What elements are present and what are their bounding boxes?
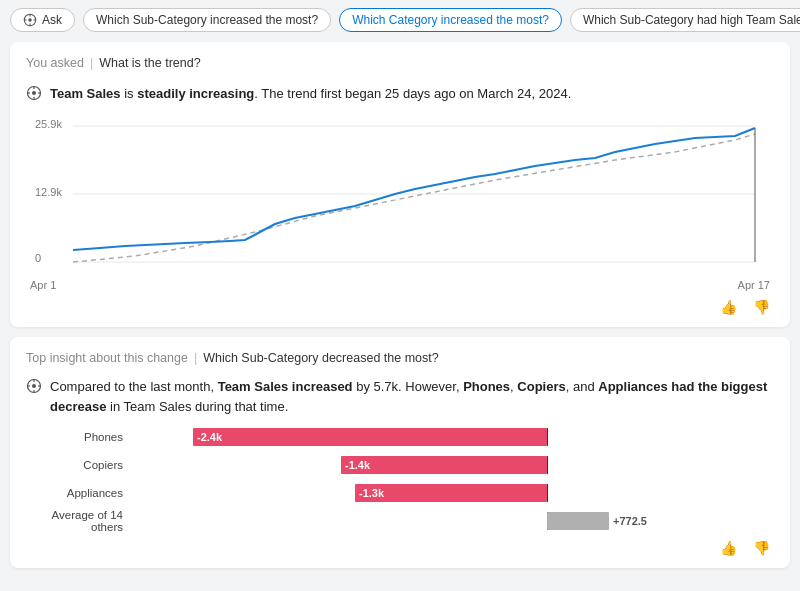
trend-insight-text: Team Sales is steadily increasing. The t… xyxy=(50,84,571,104)
bar-row: Appliances-1.3k xyxy=(26,482,774,504)
bar-chart: Phones-2.4kCopiers-1.4kAppliances-1.3kAv… xyxy=(26,426,774,532)
bar-insight-row: Compared to the last month, Team Sales i… xyxy=(26,377,774,416)
bar-value-label: -2.4k xyxy=(197,431,222,443)
bar-fill xyxy=(193,428,547,446)
trend-feedback-row: 👍 👎 xyxy=(26,297,774,317)
insight-thumbup-button[interactable]: 👍 xyxy=(716,538,741,558)
svg-text:0: 0 xyxy=(35,252,41,264)
chart-x-labels: Apr 1 Apr 17 xyxy=(26,279,774,291)
bar-fill xyxy=(547,512,609,530)
bar-value-label: +772.5 xyxy=(613,515,647,527)
bar-zero-line xyxy=(547,456,548,474)
bar-insight-text: Compared to the last month, Team Sales i… xyxy=(50,377,774,416)
x-label-right: Apr 17 xyxy=(738,279,770,291)
trend-chart-area: 25.9k 12.9k 0 Apr 1 Apr 17 xyxy=(26,114,774,291)
trend-thumbup-button[interactable]: 👍 xyxy=(716,297,741,317)
you-asked-bar: You asked | What is the trend? xyxy=(26,56,774,74)
ask-icon xyxy=(23,13,37,27)
you-asked-label: You asked xyxy=(26,56,84,70)
pill-subcategory-high-sales[interactable]: Which Sub-Category had high Team Sales? xyxy=(570,8,800,32)
bar-label: Average of 14 others xyxy=(26,509,131,533)
team-sales-label: Team Sales xyxy=(50,86,121,101)
trend-insight-row: Team Sales is steadily increasing. The t… xyxy=(26,84,774,104)
bar-row: Average of 14 others+772.5 xyxy=(26,510,774,532)
pill-bar: Ask Which Sub-Category increased the mos… xyxy=(10,8,790,32)
svg-text:25.9k: 25.9k xyxy=(35,118,62,130)
pill-category-increased[interactable]: Which Category increased the most? xyxy=(339,8,562,32)
top-insight-label: Top insight about this change xyxy=(26,351,188,365)
top-insight-header: Top insight about this change | Which Su… xyxy=(26,351,774,365)
separator2: | xyxy=(194,351,197,365)
bar-container: -2.4k xyxy=(131,428,774,446)
insight-thumbdown-button[interactable]: 👎 xyxy=(749,538,774,558)
trend-card: You asked | What is the trend? Team Sale… xyxy=(10,42,790,327)
trend-thumbdown-button[interactable]: 👎 xyxy=(749,297,774,317)
steadily-increasing-label: steadily increasing xyxy=(137,86,254,101)
insight-feedback-row: 👍 👎 xyxy=(26,538,774,558)
x-label-left: Apr 1 xyxy=(30,279,56,291)
bar-value-label: -1.4k xyxy=(345,459,370,471)
bar-insight-icon xyxy=(26,378,42,397)
bar-zero-line xyxy=(547,428,548,446)
svg-point-7 xyxy=(32,91,36,95)
pill-subcategory-increased[interactable]: Which Sub-Category increased the most? xyxy=(83,8,331,32)
trend-insight-icon xyxy=(26,85,42,104)
bar-row: Copiers-1.4k xyxy=(26,454,774,476)
bar-label: Copiers xyxy=(26,459,131,471)
bar-row: Phones-2.4k xyxy=(26,426,774,448)
trend-chart-svg: 25.9k 12.9k 0 xyxy=(26,114,774,274)
bar-label: Appliances xyxy=(26,487,131,499)
insight-card: Top insight about this change | Which Su… xyxy=(10,337,790,568)
bar-label: Phones xyxy=(26,431,131,443)
bar-container: -1.3k xyxy=(131,484,774,502)
bar-container: +772.5 xyxy=(131,512,774,530)
bar-zero-line xyxy=(547,484,548,502)
bar-value-label: -1.3k xyxy=(359,487,384,499)
separator1: | xyxy=(90,56,93,70)
trend-question: What is the trend? xyxy=(99,56,200,70)
top-insight-question: Which Sub-Category decreased the most? xyxy=(203,351,439,365)
svg-point-20 xyxy=(32,384,36,388)
ask-label: Ask xyxy=(42,13,62,27)
bar-fill xyxy=(341,456,547,474)
bar-container: -1.4k xyxy=(131,456,774,474)
svg-text:12.9k: 12.9k xyxy=(35,186,62,198)
ask-pill[interactable]: Ask xyxy=(10,8,75,32)
svg-point-1 xyxy=(28,18,32,22)
